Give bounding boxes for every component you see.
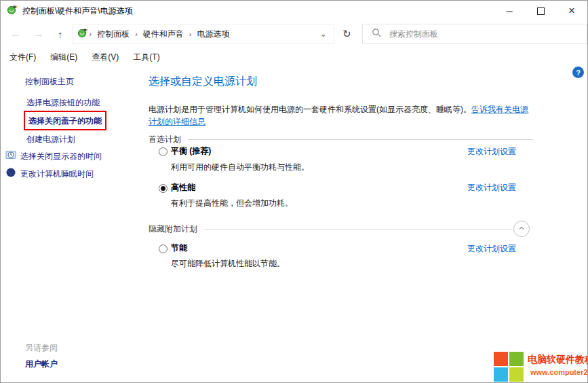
search-icon — [372, 28, 381, 40]
change-plan-settings-link-high-performance[interactable]: 更改计划设置 — [467, 182, 516, 194]
menu-view[interactable]: 查看(V) — [92, 52, 119, 63]
breadcrumb-chevron-icon: › — [188, 30, 193, 38]
maximize-button[interactable] — [525, 1, 556, 21]
breadcrumb-hardware-sound[interactable]: 硬件和声音 — [139, 29, 188, 40]
sidebar-item-power-buttons[interactable]: 选择电源按钮的功能 — [26, 97, 100, 109]
search-input[interactable] — [388, 29, 587, 39]
breadcrumb-control-panel[interactable]: 控制面板 — [93, 29, 134, 40]
plan-desc-high-performance: 有利于提高性能，但会增加功耗。 — [171, 198, 293, 209]
menu-tools[interactable]: 工具(T) — [133, 52, 159, 63]
close-button[interactable]: × — [556, 1, 587, 21]
intro-paragraph: 电源计划是用于管理计算机如何使用电源的一套硬件和系统设置(如显示器亮度、睡眠等)… — [149, 103, 534, 128]
plan-name-high-performance[interactable]: 高性能 — [171, 182, 195, 194]
breadcrumb-chevron-icon: › — [134, 30, 139, 38]
breadcrumb-chevron-icon: › — [88, 30, 94, 38]
up-button[interactable]: ↑ — [58, 29, 63, 39]
sleep-moon-icon — [5, 167, 16, 178]
window-controls: ─ × — [494, 1, 587, 21]
logo-square-orange — [494, 352, 508, 366]
logo-square-green — [509, 352, 524, 366]
refresh-button[interactable]: ↻ — [337, 28, 357, 40]
title-bar: 控制面板\硬件和声音\电源选项 ─ × — [1, 1, 587, 21]
preferred-plans-section-header: 首选计划 — [149, 134, 533, 145]
sidebar-item-turn-off-display[interactable]: 选择关闭显示器的时间 — [20, 151, 102, 162]
address-bar[interactable]: › 控制面板 › 硬件和声音 › 电源选项 ⌄ — [73, 24, 334, 44]
plan-name-power-saver[interactable]: 节能 — [171, 242, 187, 254]
breadcrumb-power-options[interactable]: 电源选项 — [193, 29, 234, 40]
forward-button[interactable]: → — [33, 29, 44, 39]
navigation-toolbar: ← → ↑ › 控制面板 › 硬件和声音 › 电源选项 ⌄ ↻ — [1, 21, 587, 47]
sidebar-item-user-accounts[interactable]: 用户帐户 — [25, 359, 58, 370]
address-dropdown-icon[interactable]: ⌄ — [319, 29, 333, 39]
red-highlight-box: 选择关闭盖子的功能 — [24, 111, 106, 130]
section-divider — [188, 139, 533, 140]
sidebar-item-change-sleep-time[interactable]: 更改计算机睡眠时间 — [20, 168, 94, 180]
radio-high-performance[interactable] — [159, 184, 168, 193]
logo-square-blue — [494, 367, 508, 382]
maximize-icon — [537, 7, 545, 15]
menu-edit[interactable]: 编辑(E) — [50, 52, 77, 63]
page-title: 选择或自定义电源计划 — [149, 75, 257, 89]
sidebar-item-lid-close[interactable]: 选择关闭盖子的功能 — [28, 116, 102, 126]
help-button[interactable]: ? — [572, 67, 584, 78]
radio-power-saver[interactable] — [159, 244, 168, 253]
sidebar-item-control-panel-home[interactable]: 控制面板主页 — [25, 76, 74, 88]
watermark-site-name: 电脑软硬件教程网 — [528, 354, 588, 366]
intro-text: 电源计划是用于管理计算机如何使用电源的一套硬件和系统设置(如显示器亮度、睡眠等)… — [149, 105, 471, 114]
back-button[interactable]: ← — [10, 29, 21, 39]
watermark-windows-logo — [494, 352, 524, 382]
chevron-up-icon — [517, 223, 526, 235]
collapse-section-button[interactable] — [513, 221, 530, 237]
section-title-preferred-plans: 首选计划 — [149, 134, 181, 145]
plan-desc-balanced: 利用可用的硬件自动平衡功耗与性能。 — [171, 162, 309, 173]
window-title: 控制面板\硬件和声音\电源选项 — [22, 5, 133, 17]
plan-desc-power-saver: 尽可能降低计算机性能以节能。 — [171, 258, 285, 270]
see-also-label: 另请参阅 — [25, 342, 58, 354]
watermark-site-url: www.computer26.com — [530, 368, 588, 376]
logo-square-yellow-green — [509, 367, 524, 382]
menu-file[interactable]: 文件(F) — [9, 52, 36, 63]
sidebar-item-create-plan[interactable]: 创建电源计划 — [26, 134, 75, 145]
radio-balanced[interactable] — [159, 147, 168, 156]
search-box[interactable] — [362, 24, 587, 44]
display-clock-icon — [5, 149, 16, 160]
hidden-plans-section-header: 隐藏附加计划 — [149, 223, 512, 235]
power-options-icon — [77, 27, 88, 41]
change-plan-settings-link-balanced[interactable]: 更改计划设置 — [467, 146, 516, 158]
section-title-hidden-plans: 隐藏附加计划 — [149, 223, 197, 235]
power-options-window: 控制面板\硬件和声音\电源选项 ─ × ← → ↑ › 控制面板 › — [0, 0, 588, 383]
minimize-button[interactable]: ─ — [494, 1, 525, 21]
change-plan-settings-link-power-saver[interactable]: 更改计划设置 — [467, 243, 516, 255]
help-icon: ? — [576, 69, 581, 77]
power-options-icon — [7, 4, 18, 18]
plan-name-balanced[interactable]: 平衡 (推荐) — [171, 145, 211, 157]
section-divider — [204, 229, 512, 230]
menu-bar: 文件(F) 编辑(E) 查看(V) 工具(T) — [1, 47, 587, 67]
